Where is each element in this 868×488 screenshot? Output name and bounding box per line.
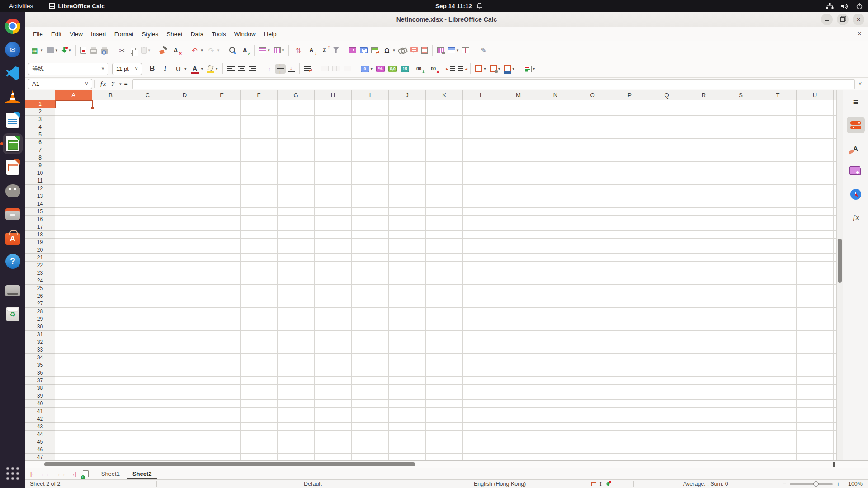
last-sheet-button[interactable]: →| <box>67 471 78 477</box>
row-header-4[interactable]: 4 <box>25 123 55 131</box>
spelling-button[interactable]: A <box>238 44 251 56</box>
row-header-10[interactable]: 10 <box>25 169 55 177</box>
horizontal-scrollbar[interactable] <box>25 460 868 468</box>
select-function-button[interactable]: Σ <box>108 80 118 88</box>
menu-data[interactable]: Data <box>187 29 208 39</box>
dropdown-arrow-icon[interactable]: ▾ <box>56 48 58 52</box>
page-style-status[interactable]: Default <box>157 480 469 488</box>
sort-ascending-button[interactable]: A <box>305 44 318 56</box>
dock-item-help[interactable]: ? <box>3 251 23 272</box>
dropdown-arrow-icon[interactable]: ▾ <box>216 66 218 71</box>
font-color-button[interactable]: A▾ <box>189 63 205 75</box>
align-left-button[interactable] <box>226 65 236 73</box>
expand-formula-bar-button[interactable]: ˅ <box>855 81 865 87</box>
cell-grid[interactable] <box>55 100 836 460</box>
vertical-scrollbar-thumb[interactable] <box>838 239 842 283</box>
row-header-42[interactable]: 42 <box>25 415 55 423</box>
sheet-tab-sheet1[interactable]: Sheet1 <box>95 468 126 479</box>
row-header-23[interactable]: 23 <box>25 269 55 277</box>
new-spreadsheet-button[interactable]: ▦▾ <box>28 44 45 56</box>
conditional-formatting-button[interactable]: ▾ <box>522 64 537 74</box>
row-header-43[interactable]: 43 <box>25 423 55 431</box>
row-header-26[interactable]: 26 <box>25 292 55 300</box>
headers-and-footers-button[interactable] <box>420 45 429 55</box>
row-header-21[interactable]: 21 <box>25 254 55 262</box>
increase-indent-button[interactable] <box>446 65 457 73</box>
row-header-34[interactable]: 34 <box>25 354 55 361</box>
activities-button[interactable]: Activities <box>6 2 36 10</box>
dock-item-ubuntu-software[interactable]: A <box>3 227 23 248</box>
dock-item-show-apps[interactable] <box>3 463 23 484</box>
name-box[interactable]: A1 ˅ <box>28 79 92 89</box>
clock-menu[interactable]: Sep 14 11:12 <box>435 3 482 9</box>
center-vertically-button[interactable] <box>275 64 286 74</box>
menu-format[interactable]: Format <box>110 29 138 39</box>
dock-item-calc[interactable] <box>3 133 23 154</box>
sort-button[interactable]: ⇅ <box>292 44 305 56</box>
select-all-corner[interactable] <box>25 90 55 100</box>
row-header-25[interactable]: 25 <box>25 285 55 292</box>
row-header-8[interactable]: 8 <box>25 154 55 162</box>
row-header-44[interactable]: 44 <box>25 431 55 438</box>
menu-edit[interactable]: Edit <box>47 29 66 39</box>
row-header-29[interactable]: 29 <box>25 315 55 323</box>
save-button[interactable]: ▾ <box>59 46 73 55</box>
row-header-24[interactable]: 24 <box>25 277 55 285</box>
column-header-U[interactable]: U <box>797 90 834 100</box>
dropdown-arrow-icon[interactable]: ▾ <box>201 48 203 52</box>
row-header-33[interactable]: 33 <box>25 346 55 354</box>
paste-button[interactable]: ▾ <box>139 46 152 55</box>
sheet-tab-sheet2[interactable]: Sheet2 <box>126 468 158 479</box>
row-header-35[interactable]: 35 <box>25 361 55 369</box>
row-header-7[interactable]: 7 <box>25 146 55 154</box>
column-header-R[interactable]: R <box>685 90 722 100</box>
row-header-16[interactable]: 16 <box>25 216 55 223</box>
open-file-button[interactable]: ▾ <box>45 46 60 55</box>
close-button[interactable]: × <box>853 14 864 25</box>
freeze-rows-and-columns-button[interactable]: ▾ <box>446 46 461 55</box>
sidebar-sidebar-menu-button[interactable]: ≡ <box>847 94 865 110</box>
row-header-37[interactable]: 37 <box>25 377 55 385</box>
dropdown-arrow-icon[interactable]: ▾ <box>184 66 187 71</box>
vertical-scrollbar[interactable] <box>836 90 843 460</box>
clone-formatting-button[interactable] <box>158 45 169 56</box>
border-color-button[interactable]: ▾ <box>502 64 516 74</box>
zoom-slider-thumb[interactable] <box>813 481 819 487</box>
first-sheet-button[interactable]: |← <box>28 471 38 477</box>
menu-help[interactable]: Help <box>260 29 281 39</box>
column-header-I[interactable]: I <box>352 90 389 100</box>
define-print-area-button[interactable] <box>435 46 446 55</box>
menu-window[interactable]: Window <box>230 29 260 39</box>
sidebar-styles-button[interactable]: A <box>847 140 865 156</box>
row-header-45[interactable]: 45 <box>25 438 55 446</box>
row-header-15[interactable]: 15 <box>25 208 55 216</box>
find-and-replace-button[interactable] <box>227 45 238 56</box>
menu-styles[interactable]: Styles <box>138 29 163 39</box>
menu-tools[interactable]: Tools <box>208 29 230 39</box>
dropdown-arrow-icon[interactable]: ▾ <box>201 66 203 71</box>
column-header-D[interactable]: D <box>166 90 203 100</box>
row-header-12[interactable]: 12 <box>25 185 55 192</box>
insert-chart-button[interactable] <box>358 46 369 55</box>
column-header-T[interactable]: T <box>760 90 797 100</box>
autofilter-button[interactable] <box>331 46 341 55</box>
align-top-button[interactable] <box>264 64 275 74</box>
column-header-P[interactable]: P <box>611 90 648 100</box>
undo-button[interactable]: ↶▾ <box>188 44 205 56</box>
zoom-in-button[interactable]: + <box>836 480 840 488</box>
row-header-36[interactable]: 36 <box>25 369 55 377</box>
column-header-N[interactable]: N <box>537 90 574 100</box>
dropdown-arrow-icon[interactable]: ▾ <box>148 48 151 52</box>
sheet-number-status[interactable]: Sheet 2 of 2 <box>25 480 156 488</box>
column-header-Q[interactable]: Q <box>648 90 685 100</box>
row-header-5[interactable]: 5 <box>25 131 55 139</box>
decrease-indent-button[interactable] <box>457 65 467 73</box>
row-header-17[interactable]: 17 <box>25 223 55 231</box>
wrap-text-button[interactable] <box>302 65 313 73</box>
unmerge-cells-button[interactable] <box>342 65 353 73</box>
dropdown-arrow-icon[interactable]: ▾ <box>41 48 43 52</box>
row-header-19[interactable]: 19 <box>25 239 55 246</box>
column-header-H[interactable]: H <box>315 90 352 100</box>
row-header-39[interactable]: 39 <box>25 392 55 400</box>
dropdown-arrow-icon[interactable]: ▾ <box>512 66 514 71</box>
